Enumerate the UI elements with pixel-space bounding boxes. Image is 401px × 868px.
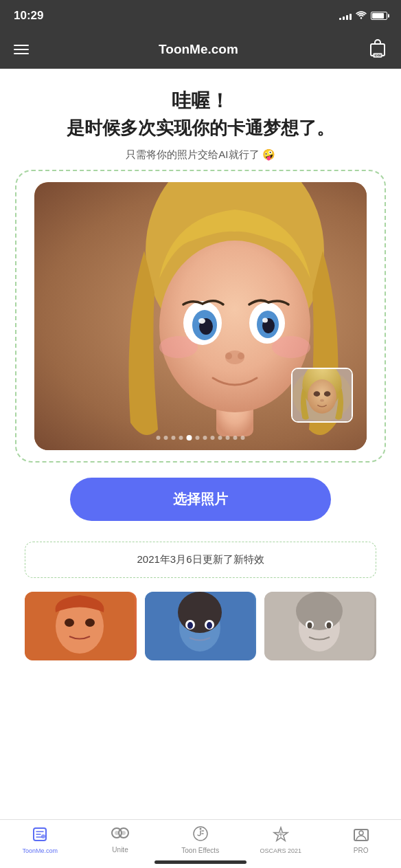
dot-4[interactable] xyxy=(179,436,183,440)
oscars-icon xyxy=(273,826,289,845)
svg-point-18 xyxy=(225,353,232,359)
status-bar: 10:29 xyxy=(0,0,401,30)
svg-point-46 xyxy=(41,834,45,838)
nav-item-pro[interactable]: PRO xyxy=(341,825,382,854)
dot-10[interactable] xyxy=(226,436,230,440)
svg-point-49 xyxy=(115,831,119,835)
hero-title-top: 哇喔！ xyxy=(14,88,387,114)
svg-point-26 xyxy=(320,399,324,402)
dot-9[interactable] xyxy=(218,436,222,440)
dot-2[interactable] xyxy=(164,436,168,440)
toonme-label: ToonMe.com xyxy=(23,847,58,854)
nav-bar: ToonMe.com PRO xyxy=(0,30,401,69)
svg-point-16 xyxy=(262,318,268,322)
svg-point-30 xyxy=(85,619,95,627)
dot-6[interactable] xyxy=(196,436,200,440)
carousel-dots xyxy=(157,435,245,441)
thumbnail-image xyxy=(293,369,352,421)
pro-icon xyxy=(352,825,370,845)
svg-point-37 xyxy=(207,622,212,629)
original-photo-thumbnail xyxy=(291,368,353,423)
effects-preview xyxy=(14,592,387,660)
pro-label: PRO xyxy=(354,847,369,854)
svg-point-24 xyxy=(314,391,321,397)
image-card xyxy=(34,182,367,450)
dot-8[interactable] xyxy=(211,436,215,440)
nav-item-unite[interactable]: Unite xyxy=(100,826,141,854)
select-button-container: 选择照片 xyxy=(34,478,367,521)
nav-title: ToonMe.com xyxy=(159,42,238,57)
pro-shop-icon[interactable]: PRO xyxy=(368,38,387,60)
hero-subtitle: 只需将你的照片交给AI就行了 🤪 xyxy=(14,148,387,162)
status-icons xyxy=(339,10,387,21)
signal-bars-icon xyxy=(339,12,352,20)
status-time: 10:29 xyxy=(14,9,43,23)
nav-item-toonme[interactable]: ToonMe.com xyxy=(19,826,60,854)
dot-3[interactable] xyxy=(172,436,176,440)
effect-thumb-2[interactable] xyxy=(145,592,257,660)
dot-11[interactable] xyxy=(233,436,238,440)
dot-12[interactable] xyxy=(241,436,245,440)
battery-icon xyxy=(371,12,387,20)
svg-point-25 xyxy=(324,391,331,397)
toon-effects-label: Toon Effects xyxy=(181,847,219,854)
oscars-label: OSCARS 2021 xyxy=(260,847,301,854)
image-card-wrapper xyxy=(21,175,380,457)
toon-effects-icon xyxy=(192,825,209,845)
svg-point-6 xyxy=(159,241,310,412)
dot-7[interactable] xyxy=(203,436,207,440)
svg-point-51 xyxy=(199,828,201,830)
home-indicator-container xyxy=(154,860,247,864)
effect-thumb-1[interactable] xyxy=(25,592,137,660)
svg-point-40 xyxy=(296,592,343,630)
hero-section: 哇喔！ 是时候多次实现你的卡通梦想了。 只需将你的照片交给AI就行了 🤪 xyxy=(0,69,401,660)
svg-point-19 xyxy=(238,353,244,359)
dot-5-active[interactable] xyxy=(187,435,192,441)
nav-item-oscars[interactable]: OSCARS 2021 xyxy=(260,826,301,854)
svg-text:PRO: PRO xyxy=(374,54,382,58)
unite-icon xyxy=(111,826,129,844)
svg-point-23 xyxy=(308,379,336,414)
svg-point-36 xyxy=(187,622,193,629)
svg-point-44 xyxy=(327,622,332,628)
nav-item-toon-effects[interactable]: Toon Effects xyxy=(180,825,221,854)
svg-point-29 xyxy=(65,619,74,627)
toonme-icon xyxy=(32,826,48,845)
hero-title-bottom: 是时候多次实现你的卡通梦想了。 xyxy=(14,117,387,140)
home-indicator xyxy=(154,860,247,864)
svg-point-43 xyxy=(308,622,312,628)
update-text: 2021年3月6日更新了新特效 xyxy=(137,553,264,565)
unite-label: Unite xyxy=(112,846,128,854)
dot-1[interactable] xyxy=(157,436,161,440)
menu-icon[interactable] xyxy=(14,45,29,54)
svg-point-12 xyxy=(198,318,205,324)
svg-point-53 xyxy=(359,831,363,835)
main-content: 哇喔！ 是时候多次实现你的卡通梦想了。 只需将你的照片交给AI就行了 🤪 xyxy=(0,69,401,729)
update-banner: 2021年3月6日更新了新特效 xyxy=(25,542,376,578)
select-photo-button[interactable]: 选择照片 xyxy=(70,478,331,521)
svg-point-50 xyxy=(122,831,126,835)
wifi-icon xyxy=(356,10,367,21)
effect-thumb-3[interactable] xyxy=(264,592,376,660)
svg-point-33 xyxy=(178,592,222,633)
hero-text: 哇喔！ 是时候多次实现你的卡通梦想了。 只需将你的照片交给AI就行了 🤪 xyxy=(14,88,387,162)
